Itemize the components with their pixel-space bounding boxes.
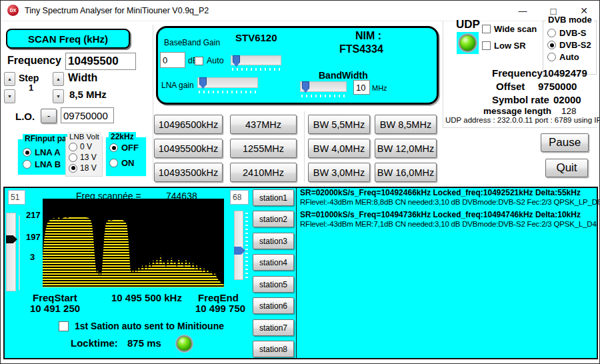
bw-button-85[interactable]: BW 8,5MHz xyxy=(375,115,437,134)
info-symbol-rate-label: Symbol rate xyxy=(492,94,549,105)
frequency-input[interactable] xyxy=(65,53,136,70)
radio-22khz-off[interactable]: OFF xyxy=(109,143,139,153)
checkbox-icon[interactable] xyxy=(195,57,203,65)
titlebar: DX Tiny Spectrum Analyser for MiniTioune… xyxy=(1,1,599,21)
slider-thumb[interactable] xyxy=(6,235,17,243)
radio-dot-icon[interactable] xyxy=(23,148,31,157)
right-gain-input[interactable] xyxy=(230,190,249,205)
station1-button[interactable]: station1 xyxy=(253,189,294,206)
radio-dot-icon[interactable] xyxy=(547,41,556,49)
right-level-slider[interactable] xyxy=(234,211,243,280)
app-window: DX Tiny Spectrum Analyser for MiniTioune… xyxy=(0,0,600,364)
radio-dvb-auto[interactable]: Auto xyxy=(547,52,579,62)
status-line-3: SR=01000kS/s_Freq=10494736kHz Locked_fre… xyxy=(300,210,581,219)
bw-button-30[interactable]: BW 3,0MHz xyxy=(308,163,370,182)
khz22-group-title: 22kHz xyxy=(109,132,136,141)
station8-button[interactable]: station8 xyxy=(253,341,294,357)
minimize-button[interactable]: — xyxy=(507,1,538,21)
lo-minus-button[interactable]: - xyxy=(41,109,57,123)
bw-button-120[interactable]: BW 12,0MHz xyxy=(375,139,437,158)
preset-mhz-button-3[interactable]: 2410MHz xyxy=(230,163,297,182)
bw-button-160[interactable]: BW 16,0MHz xyxy=(375,163,437,182)
station5-button[interactable]: station5 xyxy=(253,276,294,293)
divider-mid xyxy=(304,111,305,182)
slider-thumb[interactable] xyxy=(302,81,309,93)
width-value: 8,5 MHz xyxy=(69,89,107,100)
lna-gain-slider[interactable] xyxy=(197,77,258,88)
step-value: 1 xyxy=(29,83,33,93)
radio-dot-icon[interactable] xyxy=(23,160,31,169)
left-slider-rail xyxy=(19,215,20,290)
radio-lna-b-label: LNA B xyxy=(35,159,61,169)
radio-0v[interactable]: 0 V xyxy=(69,142,92,151)
locktime-value: 875 ms xyxy=(127,337,161,349)
radio-lna-b[interactable]: LNA B xyxy=(23,159,61,169)
info-frequency-label: Frequency xyxy=(492,67,543,79)
step-down-arrow-icon[interactable]: ▼ xyxy=(4,89,15,103)
checkbox-icon[interactable] xyxy=(482,41,491,50)
scan-freq-button[interactable]: SCAN Freq (kHz) xyxy=(6,29,130,49)
baseband-gain-slider[interactable] xyxy=(231,55,281,65)
app-icon: DX xyxy=(7,5,19,16)
low-sr-checkbox[interactable]: Low SR xyxy=(482,41,526,51)
bandwidth-slider[interactable] xyxy=(300,81,347,92)
bw-button-40[interactable]: BW 4,0MHz xyxy=(308,139,370,158)
width-label: Width xyxy=(68,72,97,84)
bandwidth-input[interactable] xyxy=(353,80,370,95)
slider-thumb[interactable] xyxy=(199,77,207,89)
radio-dvb-s2-label: DVB-S2 xyxy=(559,40,591,50)
radio-dot-icon[interactable] xyxy=(547,29,556,37)
left-gain-input[interactable] xyxy=(8,190,25,205)
station6-button[interactable]: station6 xyxy=(253,297,294,314)
radio-dvb-s[interactable]: DVB-S xyxy=(547,28,586,38)
station2-button[interactable]: station2 xyxy=(253,211,294,227)
wide-scan-checkbox[interactable]: Wide scan xyxy=(482,24,537,34)
lo-input[interactable] xyxy=(61,107,114,123)
radio-dot-icon[interactable] xyxy=(69,153,77,162)
auto-gain-checkbox[interactable]: Auto xyxy=(195,56,224,65)
preset-freq-button-3[interactable]: 10493500kHz xyxy=(154,163,223,182)
preset-mhz-button-2[interactable]: 1255MHz xyxy=(230,139,297,158)
radio-22khz-on[interactable]: ON xyxy=(109,158,135,168)
checkbox-icon[interactable] xyxy=(59,321,69,331)
radio-dot-icon[interactable] xyxy=(547,53,556,61)
width-down-arrow-icon[interactable]: ▼ xyxy=(53,89,64,103)
radio-dvb-s2[interactable]: DVB-S2 xyxy=(547,40,591,50)
preset-freq-button-1[interactable]: 10496500kHz xyxy=(154,115,223,134)
radio-dot-icon[interactable] xyxy=(109,143,118,152)
radio-dot-icon[interactable] xyxy=(69,164,77,173)
baseband-gain-input[interactable] xyxy=(160,52,185,68)
radio-lna-a[interactable]: LNA A xyxy=(23,147,61,157)
step-label: Step xyxy=(19,73,39,83)
scale-label-3: 3 xyxy=(30,252,35,262)
wide-scan-label: Wide scan xyxy=(494,24,537,34)
auto-send-checkbox[interactable]: 1st Sation auto sent to Minitioune xyxy=(59,321,224,331)
udp-address-line: UDP address : 232.0.0.11 port : 6789 usi… xyxy=(445,116,600,124)
station-panel-divider xyxy=(296,188,297,359)
quit-button[interactable]: Quit xyxy=(545,159,588,177)
preset-mhz-button-1[interactable]: 437MHz xyxy=(230,115,297,134)
info-symbol-rate-value: 02000 xyxy=(553,94,581,105)
left-level-slider[interactable] xyxy=(6,213,16,291)
radio-18v-label: 18 V xyxy=(80,163,97,173)
station7-button[interactable]: station7 xyxy=(253,319,294,336)
pause-button[interactable]: Pause xyxy=(541,133,589,152)
freq-start-label: FreqStart xyxy=(33,292,77,303)
locktime-label: Locktime: xyxy=(71,337,118,349)
radio-22khz-on-label: ON xyxy=(121,158,135,168)
radio-dot-icon[interactable] xyxy=(69,143,77,151)
divider-right xyxy=(443,21,443,128)
width-up-arrow-icon[interactable]: ▲ xyxy=(53,72,64,86)
step-up-arrow-icon[interactable]: ▲ xyxy=(4,72,15,86)
radio-dot-icon[interactable] xyxy=(109,159,118,167)
info-offset-label: Offset xyxy=(496,81,525,92)
radio-18v[interactable]: 18 V xyxy=(69,163,97,173)
radio-13v[interactable]: 13 V xyxy=(69,153,97,162)
station4-button[interactable]: station4 xyxy=(253,254,294,271)
checkbox-icon[interactable] xyxy=(482,25,491,33)
preset-freq-button-2[interactable]: 10495500kHz xyxy=(154,139,223,158)
slider-thumb[interactable] xyxy=(233,55,240,67)
radio-0v-label: 0 V xyxy=(80,142,92,151)
station3-button[interactable]: station3 xyxy=(253,233,294,249)
bw-button-55[interactable]: BW 5,5MHz xyxy=(308,115,370,134)
